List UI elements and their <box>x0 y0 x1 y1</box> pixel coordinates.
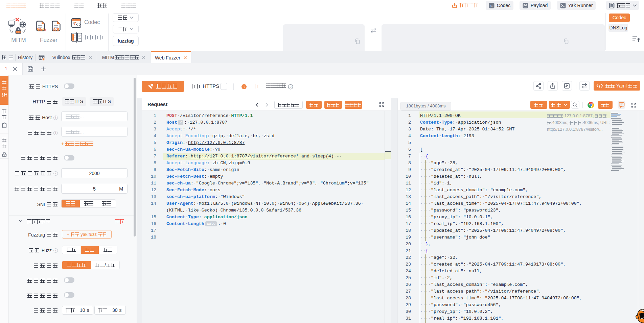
svg-text:C: C <box>490 4 492 8</box>
svg-text:?: ? <box>290 85 292 89</box>
svg-text:C: C <box>74 21 77 26</box>
svg-text:WS: WS <box>53 27 60 32</box>
svg-text:Web: Web <box>37 27 46 32</box>
